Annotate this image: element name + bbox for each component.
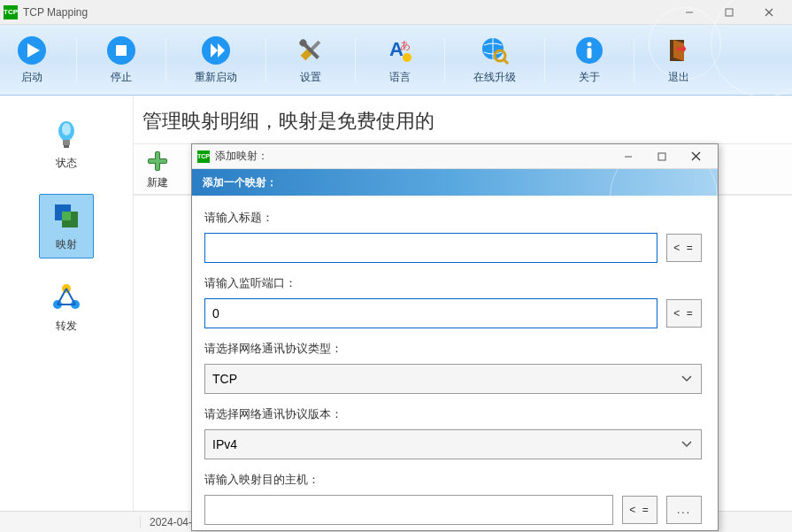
- language-icon: Aあ: [384, 35, 416, 66]
- svg-rect-7: [116, 45, 127, 56]
- svg-rect-1: [726, 9, 733, 16]
- svg-point-28: [62, 123, 71, 135]
- app-icon: TCP: [4, 5, 18, 19]
- restart-icon: [200, 35, 232, 66]
- globe-search-icon: [479, 35, 511, 66]
- restart-button[interactable]: 重新启动: [188, 31, 244, 89]
- titlebar: TCP TCP Mapping: [0, 0, 792, 25]
- dest-browse-button[interactable]: ...: [666, 496, 702, 524]
- sidebar-item-status[interactable]: 状态: [39, 113, 94, 176]
- svg-line-38: [66, 289, 75, 305]
- upgrade-button[interactable]: 在线升级: [466, 31, 523, 89]
- play-icon: [16, 35, 48, 66]
- dialog-close-button[interactable]: [679, 146, 712, 167]
- plus-icon: [144, 148, 171, 174]
- title-assign-button[interactable]: < =: [666, 234, 702, 262]
- svg-rect-23: [588, 48, 592, 58]
- add-mapping-dialog: TCP 添加映射： 添加一个映射： 请输入标题： < = 请输入监听端口： < …: [191, 143, 719, 531]
- svg-line-20: [504, 59, 508, 64]
- maximize-icon: [725, 8, 734, 17]
- proto-type-label: 请选择网络通讯协议类型：: [204, 341, 702, 357]
- tools-icon: [295, 35, 327, 66]
- minimize-button[interactable]: [669, 1, 709, 24]
- dialog-title: 添加映射：: [215, 149, 268, 164]
- dialog-maximize-button[interactable]: [645, 146, 679, 167]
- port-assign-button[interactable]: < =: [666, 299, 702, 328]
- minimize-icon: [685, 8, 694, 17]
- title-label: 请输入标题：: [204, 210, 702, 226]
- start-button[interactable]: 启动: [9, 31, 55, 89]
- svg-rect-29: [63, 140, 70, 145]
- svg-rect-33: [62, 212, 71, 220]
- dialog-minimize-button[interactable]: [611, 146, 645, 167]
- app-icon: TCP: [197, 150, 210, 163]
- sidebar-item-forward[interactable]: 转发: [39, 276, 94, 339]
- title-input[interactable]: [204, 233, 657, 263]
- close-button[interactable]: [749, 1, 788, 24]
- dest-assign-button[interactable]: < =: [622, 496, 657, 524]
- svg-point-17: [403, 53, 411, 62]
- dest-host-label: 请输入映射目的主机：: [204, 472, 702, 488]
- stop-button[interactable]: 停止: [98, 31, 144, 89]
- svg-rect-43: [149, 159, 166, 163]
- bulb-icon: [50, 119, 82, 150]
- dialog-body[interactable]: 请输入标题： < = 请输入监听端口： < = 请选择网络通讯协议类型： TCP…: [192, 196, 718, 530]
- svg-rect-30: [64, 145, 69, 148]
- main-toolbar: 启动 停止 重新启动 设置 Aあ 语言 在线升级: [0, 25, 792, 96]
- svg-point-22: [588, 42, 592, 47]
- settings-button[interactable]: 设置: [288, 31, 334, 89]
- proto-type-select[interactable]: TCP: [204, 364, 702, 394]
- info-icon: [573, 35, 605, 66]
- exit-button[interactable]: 退出: [656, 31, 702, 89]
- exit-icon: [663, 35, 695, 66]
- network-icon: [50, 281, 82, 313]
- page-title: 管理映射明细，映射是免费使用的: [134, 96, 792, 143]
- window-title: TCP Mapping: [23, 6, 88, 19]
- language-button[interactable]: Aあ 语言: [377, 31, 423, 89]
- new-button[interactable]: 新建: [141, 146, 174, 192]
- dialog-banner: 添加一个映射：: [192, 169, 718, 196]
- dialog-titlebar: TCP 添加映射：: [192, 144, 718, 169]
- stop-icon: [105, 35, 137, 66]
- port-label: 请输入监听端口：: [204, 275, 702, 291]
- maximize-button[interactable]: [709, 1, 749, 24]
- svg-text:あ: あ: [400, 39, 411, 51]
- proto-ver-label: 请选择网络通讯协议版本：: [204, 406, 702, 422]
- svg-line-37: [58, 289, 66, 305]
- dest-host-input[interactable]: [204, 495, 613, 525]
- svg-rect-45: [658, 153, 665, 160]
- port-input[interactable]: [204, 298, 657, 328]
- proto-ver-select[interactable]: IPv4: [204, 429, 702, 459]
- sidebar: 状态 映射 转发: [0, 96, 133, 511]
- sidebar-item-mapping[interactable]: 映射: [39, 194, 94, 258]
- about-button[interactable]: 关于: [566, 31, 612, 89]
- mapping-icon: [50, 200, 82, 232]
- close-icon: [765, 8, 773, 17]
